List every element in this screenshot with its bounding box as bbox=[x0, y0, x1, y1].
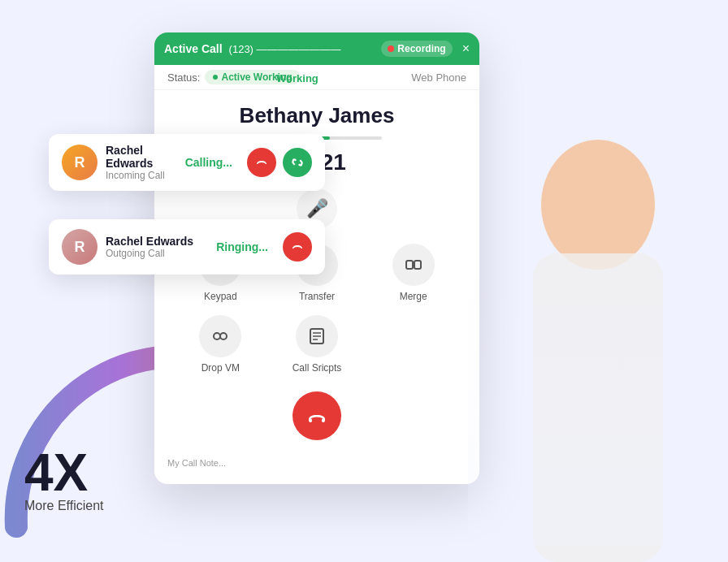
agent-photo bbox=[452, 58, 728, 562]
recording-badge: Recording bbox=[381, 41, 452, 57]
drop-vm-icon bbox=[199, 315, 241, 357]
incoming-call-type: Incoming Call bbox=[106, 170, 177, 181]
efficiency-value: 4X bbox=[24, 447, 104, 499]
drop-vm-button[interactable]: Drop VM bbox=[179, 315, 262, 374]
status-left: Status: Active Working bbox=[167, 70, 301, 84]
drop-vm-label: Drop VM bbox=[202, 362, 240, 374]
outgoing-call-type: Outgoing Call bbox=[106, 248, 208, 259]
efficiency-label: More Efficient bbox=[24, 499, 104, 513]
outgoing-caller-info: Rachel Edwards Outgoing Call bbox=[106, 235, 208, 259]
call-scripts-label: Call Sricpts bbox=[292, 362, 342, 374]
incoming-call-actions bbox=[247, 148, 312, 177]
outgoing-caller-avatar: R bbox=[62, 229, 98, 265]
keypad-label: Keypad bbox=[204, 291, 237, 302]
svg-point-11 bbox=[214, 333, 220, 339]
active-call-bar: Active Call (123) ———————— Recording × bbox=[154, 32, 479, 65]
status-prefix: Status: bbox=[167, 71, 200, 84]
end-call-button[interactable] bbox=[292, 391, 341, 440]
incoming-caller-info: Rachel Edwards Incoming Call bbox=[106, 144, 177, 181]
incoming-call-card: R Rachel Edwards Incoming Call Calling..… bbox=[49, 134, 325, 191]
status-pill: Active Working bbox=[205, 70, 300, 84]
close-button[interactable]: × bbox=[462, 41, 470, 56]
notes-label: My Call Note... bbox=[167, 458, 466, 468]
decline-incoming-button[interactable] bbox=[247, 148, 276, 177]
end-call-row bbox=[154, 380, 479, 452]
outgoing-call-card: R Rachel Edwards Outgoing Call Ringing..… bbox=[49, 219, 325, 275]
merge-button[interactable]: Merge bbox=[371, 244, 455, 302]
incoming-call-status: Calling... bbox=[185, 156, 232, 169]
svg-rect-9 bbox=[406, 261, 413, 269]
incoming-caller-name: Rachel Edwards bbox=[106, 144, 177, 170]
active-call-label: Active Call bbox=[164, 42, 223, 55]
recording-label: Recording bbox=[397, 43, 445, 54]
microphone-icon: 🎤 bbox=[306, 198, 328, 219]
transfer-label: Transfer bbox=[299, 291, 335, 302]
incoming-caller-avatar: R bbox=[62, 145, 98, 180]
status-dot bbox=[213, 75, 218, 80]
efficiency-badge: 4X More Efficient bbox=[24, 447, 104, 513]
call-scripts-button[interactable]: Call Sricpts bbox=[275, 315, 359, 374]
outgoing-caller-name: Rachel Edwards bbox=[106, 235, 208, 248]
status-bar: Status: Active Working Web Phone bbox=[154, 65, 479, 90]
status-value: Active Working bbox=[221, 71, 292, 83]
svg-rect-10 bbox=[414, 261, 421, 269]
phone-number-display: (123) ———————— bbox=[229, 43, 375, 55]
call-scripts-icon bbox=[296, 315, 338, 357]
caller-name: Bethany James bbox=[154, 90, 479, 132]
svg-point-12 bbox=[220, 333, 227, 339]
outgoing-call-status: Ringing... bbox=[216, 240, 268, 253]
merge-icon bbox=[392, 244, 435, 286]
recording-dot bbox=[388, 45, 394, 52]
outgoing-call-actions bbox=[283, 232, 312, 262]
merge-label: Merge bbox=[400, 291, 427, 302]
accept-incoming-button[interactable] bbox=[283, 148, 312, 177]
call-notes-section: My Call Note... bbox=[154, 452, 479, 484]
decline-outgoing-button[interactable] bbox=[283, 232, 312, 262]
